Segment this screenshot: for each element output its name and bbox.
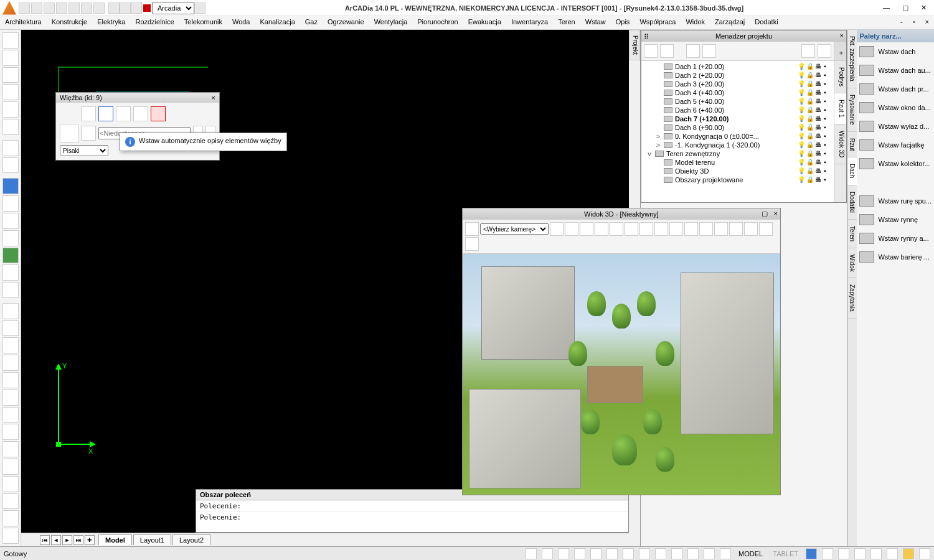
tool-icon[interactable]: [2, 119, 19, 135]
tree-row[interactable]: Obszary projektowane💡🔒🖶▪: [643, 175, 833, 184]
print-icon[interactable]: 🖶: [815, 72, 823, 79]
circle-icon[interactable]: [2, 459, 19, 475]
maximize-icon[interactable]: ▢: [902, 4, 908, 12]
print-icon[interactable]: 🖶: [815, 159, 823, 166]
bulb-icon[interactable]: 💡: [798, 63, 805, 70]
lock-icon[interactable]: 🔒: [806, 141, 814, 149]
menu-rozdzielnice[interactable]: Rozdzielnice: [130, 16, 179, 29]
proj-tb-icon[interactable]: [801, 44, 815, 58]
zoom-extents-icon[interactable]: [2, 195, 19, 212]
bulb-icon[interactable]: 💡: [798, 80, 805, 88]
color-icon[interactable]: ▪: [824, 98, 831, 105]
tree-row[interactable]: Model terenu💡🔒🖶▪: [643, 158, 833, 167]
v3d-icon[interactable]: [565, 222, 578, 236]
tool-icon[interactable]: [2, 372, 19, 388]
status-tablet[interactable]: TABLET: [770, 550, 801, 558]
line-icon[interactable]: [2, 303, 19, 319]
mail-icon[interactable]: [903, 548, 914, 559]
sb-icon[interactable]: [854, 548, 866, 559]
lock-icon[interactable]: 🔒: [806, 89, 814, 96]
proj-tb-dropdown-icon[interactable]: [818, 44, 831, 58]
sb-icon[interactable]: [822, 548, 833, 559]
v3d-icon[interactable]: [465, 237, 479, 251]
sb-icon[interactable]: [919, 548, 930, 559]
tree-row[interactable]: Dach 7 (+120.00)💡🔒🖶▪: [643, 114, 833, 123]
color-icon[interactable]: ▪: [824, 167, 831, 175]
tree-row[interactable]: >-1. Kondygnacja 1 (-320.00)💡🔒🖶▪: [643, 141, 833, 149]
menu-dodatki[interactable]: Dodatki: [750, 16, 783, 29]
menu-współpraca[interactable]: Współpraca: [634, 16, 681, 29]
print-icon[interactable]: 🖶: [815, 176, 823, 184]
palette-item[interactable]: Wstaw kolektor...: [857, 154, 934, 173]
tab-add-icon[interactable]: ✚: [85, 535, 95, 545]
menu-gaz[interactable]: Gaz: [300, 16, 323, 29]
palette-item[interactable]: Wstaw rynnę: [857, 210, 934, 229]
color-icon[interactable]: ▪: [824, 80, 831, 88]
palette-item[interactable]: Wstaw dach: [857, 42, 934, 61]
tab-layout2[interactable]: Layout2: [172, 534, 210, 545]
minimize-icon[interactable]: —: [883, 4, 890, 12]
v3d-icon[interactable]: [699, 222, 713, 236]
close-icon[interactable]: ×: [774, 210, 778, 217]
menu-widok[interactable]: Widok: [681, 16, 710, 29]
expand-icon[interactable]: >: [655, 141, 661, 149]
tool-icon[interactable]: [2, 390, 19, 406]
grip-icon[interactable]: ⠿: [644, 33, 649, 41]
sb-icon[interactable]: [671, 548, 682, 559]
settings-icon[interactable]: [806, 548, 817, 559]
tree-row[interactable]: vTeren zewnętrzny💡🔒🖶▪: [643, 149, 833, 158]
v3d-icon[interactable]: [610, 222, 623, 236]
truss-btn-1-icon[interactable]: [81, 106, 96, 121]
menu-konstrukcje[interactable]: Konstrukcje: [47, 16, 92, 29]
tool-icon[interactable]: [2, 84, 19, 100]
v3d-icon[interactable]: [759, 222, 773, 236]
hatch-icon[interactable]: [2, 493, 19, 510]
palette-item[interactable]: Wstaw barierę ...: [857, 248, 934, 266]
sb-icon[interactable]: [526, 548, 537, 559]
tool-icon[interactable]: [2, 140, 19, 156]
polyline-icon[interactable]: [2, 320, 19, 337]
sb-icon[interactable]: [623, 548, 634, 559]
print-icon[interactable]: 🖶: [815, 150, 823, 157]
sb-icon[interactable]: [655, 548, 666, 559]
pan-icon[interactable]: [2, 248, 19, 264]
v3d-icon[interactable]: [729, 222, 743, 236]
menu-kanalizacja[interactable]: Kanalizacja: [255, 16, 300, 29]
truss-btn-5-icon[interactable]: [81, 126, 96, 141]
menu-ogrzewanie[interactable]: Ogrzewanie: [323, 16, 369, 29]
sb-icon[interactable]: [720, 548, 731, 559]
zoom-icon[interactable]: [2, 213, 19, 229]
undo-icon[interactable]: [68, 2, 80, 14]
palette-tab-2[interactable]: Rzut: [847, 132, 857, 158]
tool-icon[interactable]: [2, 528, 19, 544]
palette-tab-4[interactable]: Dodatki: [847, 185, 857, 220]
maximize-icon[interactable]: ▢: [762, 210, 768, 218]
close-icon[interactable]: ✕: [921, 4, 927, 12]
menu-ewakuacja[interactable]: Ewakuacja: [463, 16, 506, 29]
view3d-canvas[interactable]: [463, 254, 780, 495]
rect-icon[interactable]: [2, 441, 19, 457]
tool-icon[interactable]: [2, 32, 19, 49]
orbit-icon[interactable]: [2, 230, 19, 246]
tree-row[interactable]: Dach 1 (+20.00)💡🔒🖶▪: [643, 62, 833, 71]
print-icon[interactable]: 🖶: [815, 133, 823, 140]
print-icon[interactable]: 🖶: [815, 80, 823, 88]
tool-icon[interactable]: [2, 101, 19, 118]
sb-icon[interactable]: [838, 548, 849, 559]
status-model[interactable]: MODEL: [736, 550, 765, 558]
lock-icon[interactable]: 🔒: [806, 115, 814, 123]
bulb-icon[interactable]: 💡: [798, 133, 805, 140]
truss-main-icon[interactable]: [60, 124, 78, 142]
lock-icon[interactable]: 🔒: [806, 98, 814, 105]
tree-row[interactable]: Dach 4 (+40.00)💡🔒🖶▪: [643, 88, 833, 97]
sb-icon[interactable]: [558, 548, 569, 559]
bulb-icon[interactable]: 💡: [798, 89, 805, 96]
print-icon[interactable]: 🖶: [815, 124, 823, 131]
tool-icon[interactable]: [2, 67, 19, 83]
bulb-icon[interactable]: 💡: [798, 141, 805, 149]
project-tree[interactable]: Dach 1 (+20.00)💡🔒🖶▪Dach 2 (+20.00)💡🔒🖶▪Da…: [641, 61, 834, 202]
print-icon[interactable]: 🖶: [815, 141, 823, 149]
print-icon[interactable]: 🖶: [815, 63, 823, 70]
palette-tab-1[interactable]: Rysowanie: [847, 88, 857, 132]
tab-projekt[interactable]: Projekt: [629, 30, 640, 60]
